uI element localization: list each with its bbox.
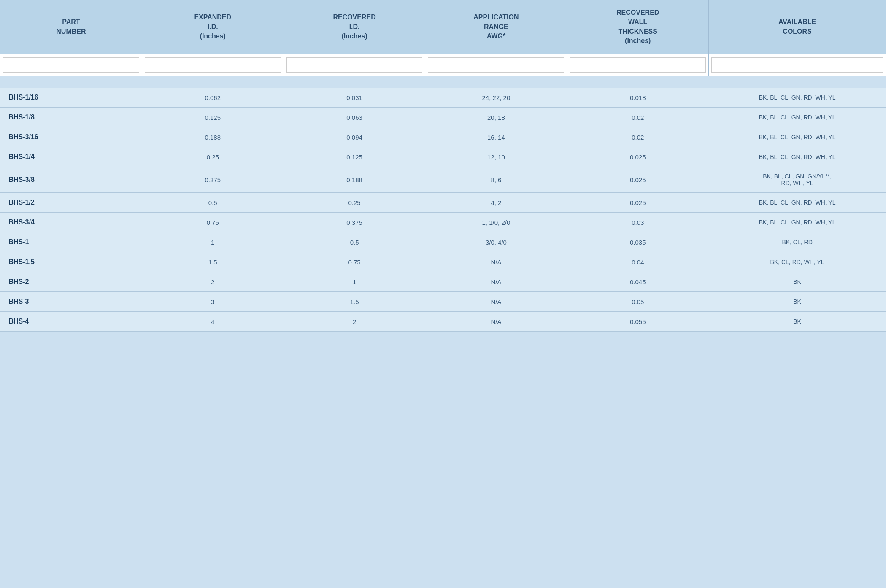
cell-recovered: 0.375 [284, 213, 425, 232]
col-header-available-colors: AVAILABLECOLORS [709, 0, 886, 54]
cell-wall: 0.018 [567, 88, 709, 108]
cell-apprange: 8, 6 [425, 167, 567, 193]
main-table-container: PARTNUMBER EXPANDEDI.D.(Inches) RECOVERE… [0, 0, 886, 332]
filter-input-apprange[interactable] [428, 57, 564, 73]
cell-colors: BK [709, 292, 886, 312]
cell-apprange: 12, 10 [425, 147, 567, 167]
cell-expanded: 0.125 [142, 108, 284, 127]
table-header-row: PARTNUMBER EXPANDEDI.D.(Inches) RECOVERE… [0, 0, 886, 54]
cell-wall: 0.05 [567, 292, 709, 312]
cell-recovered: 0.031 [284, 88, 425, 108]
cell-colors: BK, BL, CL, GN, RD, WH, YL [709, 147, 886, 167]
filter-input-part[interactable] [3, 57, 139, 73]
table-row: BHS-331.5N/A0.05BK [0, 292, 886, 312]
table-row: BHS-110.53/0, 4/00.035BK, CL, RD [0, 232, 886, 252]
table-row: BHS-1/40.250.12512, 100.025BK, BL, CL, G… [0, 147, 886, 167]
table-row: BHS-3/40.750.3751, 1/0, 2/00.03BK, BL, C… [0, 213, 886, 232]
table-body: BHS-1/160.0620.03124, 22, 200.018BK, BL,… [0, 76, 886, 332]
cell-expanded: 0.062 [142, 88, 284, 108]
cell-wall: 0.045 [567, 272, 709, 292]
col-header-expanded-id: EXPANDEDI.D.(Inches) [142, 0, 284, 54]
cell-colors: BK, BL, CL, GN, GN/YL**,RD, WH, YL [709, 167, 886, 193]
cell-expanded: 0.25 [142, 147, 284, 167]
cell-apprange: 1, 1/0, 2/0 [425, 213, 567, 232]
cell-colors: BK, BL, CL, GN, RD, WH, YL [709, 193, 886, 213]
table-row: BHS-221N/A0.045BK [0, 272, 886, 292]
cell-recovered: 0.5 [284, 232, 425, 252]
cell-expanded: 3 [142, 292, 284, 312]
cell-recovered: 1.5 [284, 292, 425, 312]
cell-apprange: 16, 14 [425, 127, 567, 147]
cell-colors: BK, CL, RD, WH, YL [709, 252, 886, 272]
cell-part: BHS-1/8 [0, 108, 142, 127]
cell-colors: BK [709, 312, 886, 332]
cell-wall: 0.035 [567, 232, 709, 252]
cell-part: BHS-4 [0, 312, 142, 332]
cell-part: BHS-1/2 [0, 193, 142, 213]
filter-input-expanded[interactable] [145, 57, 281, 73]
cell-wall: 0.055 [567, 312, 709, 332]
cell-expanded: 4 [142, 312, 284, 332]
cell-recovered: 0.063 [284, 108, 425, 127]
col-header-part-number: PARTNUMBER [0, 0, 142, 54]
cell-apprange: N/A [425, 252, 567, 272]
cell-expanded: 0.188 [142, 127, 284, 147]
cell-colors: BK, BL, CL, GN, RD, WH, YL [709, 88, 886, 108]
cell-apprange: 4, 2 [425, 193, 567, 213]
cell-recovered: 2 [284, 312, 425, 332]
cell-expanded: 0.5 [142, 193, 284, 213]
cell-apprange: 3/0, 4/0 [425, 232, 567, 252]
cell-wall: 0.025 [567, 147, 709, 167]
filter-cell-wall [567, 54, 709, 76]
cell-apprange: N/A [425, 292, 567, 312]
table-row: BHS-1/80.1250.06320, 180.02BK, BL, CL, G… [0, 108, 886, 127]
cell-expanded: 1 [142, 232, 284, 252]
cell-part: BHS-3/16 [0, 127, 142, 147]
table-row: BHS-3/80.3750.1888, 60.025BK, BL, CL, GN… [0, 167, 886, 193]
cell-colors: BK, CL, RD [709, 232, 886, 252]
cell-part: BHS-1.5 [0, 252, 142, 272]
cell-colors: BK, BL, CL, GN, RD, WH, YL [709, 108, 886, 127]
cell-recovered: 0.094 [284, 127, 425, 147]
filter-cell-apprange [425, 54, 567, 76]
cell-wall: 0.025 [567, 193, 709, 213]
cell-apprange: N/A [425, 312, 567, 332]
cell-apprange: 24, 22, 20 [425, 88, 567, 108]
cell-colors: BK [709, 272, 886, 292]
cell-part: BHS-1 [0, 232, 142, 252]
cell-wall: 0.02 [567, 127, 709, 147]
cell-apprange: 20, 18 [425, 108, 567, 127]
cell-wall: 0.04 [567, 252, 709, 272]
col-header-app-range: APPLICATIONRANGEAWG* [425, 0, 567, 54]
spacer-row [0, 76, 886, 88]
cell-recovered: 1 [284, 272, 425, 292]
cell-part: BHS-1/16 [0, 88, 142, 108]
cell-recovered: 0.25 [284, 193, 425, 213]
cell-colors: BK, BL, CL, GN, RD, WH, YL [709, 127, 886, 147]
cell-recovered: 0.75 [284, 252, 425, 272]
cell-expanded: 0.75 [142, 213, 284, 232]
filter-input-colors[interactable] [711, 57, 883, 73]
col-header-recovered-id: RECOVEREDI.D.(Inches) [284, 0, 425, 54]
cell-expanded: 1.5 [142, 252, 284, 272]
filter-cell-colors [709, 54, 886, 76]
cell-recovered: 0.125 [284, 147, 425, 167]
cell-part: BHS-3/4 [0, 213, 142, 232]
table-row: BHS-1.51.50.75N/A0.04BK, CL, RD, WH, YL [0, 252, 886, 272]
cell-expanded: 0.375 [142, 167, 284, 193]
cell-apprange: N/A [425, 272, 567, 292]
cell-part: BHS-2 [0, 272, 142, 292]
cell-expanded: 2 [142, 272, 284, 292]
filter-input-recovered[interactable] [286, 57, 423, 73]
filter-cell-expanded [142, 54, 284, 76]
cell-part: BHS-1/4 [0, 147, 142, 167]
cell-part: BHS-3 [0, 292, 142, 312]
cell-colors: BK, BL, CL, GN, RD, WH, YL [709, 213, 886, 232]
filter-cell-part [0, 54, 142, 76]
table-row: BHS-1/20.50.254, 20.025BK, BL, CL, GN, R… [0, 193, 886, 213]
filter-input-wall[interactable] [570, 57, 706, 73]
cell-wall: 0.03 [567, 213, 709, 232]
filter-row [0, 54, 886, 76]
cell-recovered: 0.188 [284, 167, 425, 193]
data-table: PARTNUMBER EXPANDEDI.D.(Inches) RECOVERE… [0, 0, 886, 332]
